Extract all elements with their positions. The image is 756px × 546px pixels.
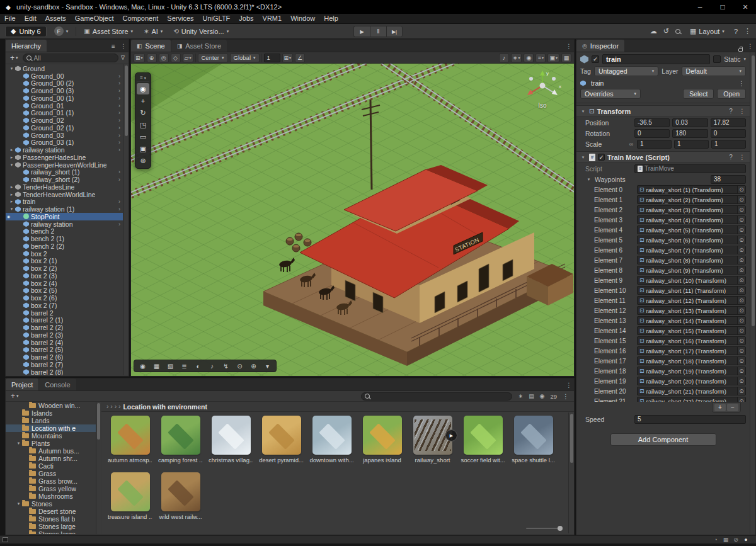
prefab-children-chevron-icon[interactable]: › bbox=[118, 198, 123, 205]
measure-icon[interactable]: ⊕ bbox=[247, 361, 260, 371]
hierarchy-item-railway-short-1[interactable]: railway_short (1)› bbox=[6, 169, 123, 176]
foldout-open-icon[interactable]: ▾ bbox=[8, 207, 15, 212]
prefab-children-chevron-icon[interactable]: › bbox=[118, 88, 123, 94]
breadcrumb-chevron-icon[interactable]: › bbox=[110, 403, 112, 410]
hierarchy-item-railway-station[interactable]: railway station› bbox=[6, 220, 123, 228]
handle-space-dropdown[interactable]: Global▾ bbox=[230, 54, 260, 62]
grid-toggle-icon[interactable]: ▦ bbox=[150, 361, 163, 371]
object-field[interactable]: ⊡railway_short (17) (Transform)⊙ bbox=[637, 346, 746, 355]
asset-railway-short[interactable]: ▶railway_short bbox=[410, 416, 455, 464]
menu-window[interactable]: Window bbox=[286, 14, 319, 24]
asset-christmas-villag[interactable]: christmas villag... bbox=[209, 416, 253, 464]
hierarchy-item-barrel-2-6[interactable]: barrel 2 (6) bbox=[6, 353, 123, 361]
create-asset-button[interactable]: +▾ bbox=[9, 392, 21, 401]
hierarchy-item-stoppoint[interactable]: ◉StopPoint bbox=[6, 213, 123, 220]
help-icon[interactable]: ? bbox=[726, 108, 735, 115]
foldout-open-icon[interactable]: ▾ bbox=[15, 441, 22, 446]
paint-tool-dropdown[interactable]: ▱▾ bbox=[183, 54, 193, 62]
waypoints-foldout-icon[interactable]: ▾ bbox=[585, 177, 592, 182]
hierarchy-options-icon[interactable]: ≡ bbox=[108, 40, 118, 52]
assets-scrollbar-thumb[interactable] bbox=[570, 414, 573, 463]
breadcrumb-chevron-icon[interactable]: › bbox=[115, 403, 117, 410]
angle-snap-icon[interactable]: ∠ bbox=[295, 54, 305, 62]
prefab-select-button[interactable]: Select bbox=[683, 89, 714, 99]
active-checkbox[interactable]: ✓ bbox=[592, 55, 599, 63]
object-picker-icon[interactable]: ⊙ bbox=[737, 357, 745, 365]
object-field[interactable]: ⊡railway_short (7) (Transform)⊙ bbox=[637, 246, 746, 254]
object-field[interactable]: ⊡railway_short (15) (Transform)⊙ bbox=[637, 326, 746, 335]
asset-camping-forest[interactable]: camping forest ... bbox=[158, 416, 203, 464]
camera-view-dropdown[interactable]: ▣▾ bbox=[547, 54, 559, 62]
rect-tool[interactable]: ▭ bbox=[137, 131, 149, 142]
asset-desert-pyramid[interactable]: desert pyramid... bbox=[259, 416, 304, 464]
account-button[interactable]: F ▾ bbox=[51, 26, 72, 37]
gameobject-name-field[interactable]: train bbox=[602, 54, 710, 64]
object-picker-icon[interactable]: ⊙ bbox=[737, 276, 745, 284]
waypoint-element-12[interactable]: Element 12⊡railway_short (13) (Transform… bbox=[576, 305, 750, 316]
hierarchy-item-ground-00-1[interactable]: Ground_00 (1)› bbox=[6, 94, 123, 102]
menu-gameobject[interactable]: GameObject bbox=[71, 14, 118, 24]
hierarchy-item-ground-02-1[interactable]: Ground_02 (1)› bbox=[6, 124, 123, 132]
foldout-closed-icon[interactable]: ▸ bbox=[8, 185, 15, 190]
audio-toggle-icon[interactable]: ♪ bbox=[499, 54, 509, 62]
prefab-children-chevron-icon[interactable]: › bbox=[118, 221, 123, 227]
prefab-open-button[interactable]: Open bbox=[717, 89, 746, 99]
status-ok-icon[interactable]: ● bbox=[741, 537, 751, 543]
scene-panel-menu-icon[interactable]: ⋮ bbox=[564, 40, 574, 52]
train-move-component-header[interactable]: ▾ # ✓ Train Move (Script) ? ⋮ bbox=[576, 151, 750, 163]
folder-desert-stone[interactable]: Desert stone bbox=[6, 508, 100, 515]
favorites-star-icon[interactable]: ∗ bbox=[516, 393, 525, 399]
menu-unigltf[interactable]: UniGLTF bbox=[198, 14, 235, 24]
object-picker-icon[interactable]: ⊙ bbox=[737, 266, 745, 274]
add-component-button[interactable]: Add Component bbox=[610, 433, 716, 446]
foldout-open-icon[interactable]: ▾ bbox=[580, 109, 587, 114]
waypoint-element-9[interactable]: Element 9⊡railway_short (10) (Transform)… bbox=[576, 275, 750, 285]
folder-autumn-shr[interactable]: Autumn shr... bbox=[6, 455, 100, 462]
shading-mode-icon[interactable]: ▧ bbox=[164, 361, 177, 371]
prefab-overrides-dropdown[interactable]: Overrides▾ bbox=[580, 89, 641, 99]
transform-component-header[interactable]: ▾ ⊡ Transform ? ⋮ bbox=[576, 105, 750, 117]
hierarchy-menu-icon[interactable]: ⋮ bbox=[118, 40, 129, 52]
inspector-lock-icon[interactable] bbox=[738, 48, 743, 52]
hierarchy-item-box-2-6[interactable]: box 2 (6) bbox=[6, 294, 123, 302]
breadcrumb-label[interactable]: Location with environment bbox=[123, 403, 207, 411]
status-activity-icon[interactable]: ⊘ bbox=[731, 537, 741, 543]
object-field[interactable]: ⊡railway_short (13) (Transform)⊙ bbox=[637, 306, 746, 315]
folder-stones-large[interactable]: Stones large bbox=[6, 523, 100, 530]
object-picker-icon[interactable]: ⊙ bbox=[737, 226, 745, 234]
folder-tree-scrollbar-thumb[interactable] bbox=[97, 403, 100, 440]
object-picker-icon[interactable]: ⊙ bbox=[737, 387, 745, 395]
hierarchy-item-bench-2-1[interactable]: bench 2 (1) bbox=[6, 235, 123, 242]
asset-japanes-island[interactable]: japanes island bbox=[360, 416, 404, 464]
help-icon[interactable]: ? bbox=[726, 154, 735, 161]
rotation-x-field[interactable]: 0 bbox=[634, 129, 670, 138]
foldout-closed-icon[interactable]: ▸ bbox=[8, 147, 15, 152]
prefab-children-chevron-icon[interactable]: › bbox=[118, 73, 123, 79]
cloud-icon[interactable]: ☁ bbox=[650, 27, 657, 35]
hierarchy-item-box-2[interactable]: box 2 bbox=[6, 250, 123, 258]
hierarchy-filter-icon[interactable]: ∇ bbox=[121, 55, 126, 61]
array-remove-button[interactable]: − bbox=[727, 404, 738, 411]
scale-z-field[interactable]: 1 bbox=[711, 140, 746, 149]
label-tag-icon[interactable]: ▤ bbox=[527, 393, 536, 399]
speed-field[interactable]: 5 bbox=[634, 415, 746, 424]
hierarchy-item-barrel-2-4[interactable]: barrel 2 (4) bbox=[6, 339, 123, 346]
inspector-scrollbar[interactable] bbox=[750, 52, 755, 534]
menu-edit[interactable]: Edit bbox=[20, 14, 41, 24]
foldout-closed-icon[interactable]: ▸ bbox=[8, 155, 15, 160]
hierarchy-item-barrel-2[interactable]: barrel 2 bbox=[6, 309, 123, 317]
hierarchy-item-ground-01[interactable]: Ground_01› bbox=[6, 102, 123, 110]
prefab-children-chevron-icon[interactable]: › bbox=[118, 139, 123, 145]
hierarchy-scrollbar[interactable] bbox=[123, 64, 129, 375]
prefab-children-chevron-icon[interactable]: › bbox=[118, 103, 123, 109]
tab-asset-store[interactable]: ◨ Asset Store bbox=[171, 40, 227, 52]
scene-visibility-icon[interactable]: ◉ bbox=[524, 54, 534, 62]
scene-orientation-gizmo[interactable]: y x Iso bbox=[518, 69, 566, 109]
object-field[interactable]: ⊡railway_short (10) (Transform)⊙ bbox=[637, 276, 746, 285]
prefab-children-chevron-icon[interactable]: › bbox=[118, 206, 123, 212]
wireframe-icon[interactable]: ≣ bbox=[178, 361, 191, 371]
foldout-open-icon[interactable]: ▾ bbox=[15, 501, 22, 506]
object-field[interactable]: ⊡railway_short (11) (Transform)⊙ bbox=[637, 286, 746, 295]
folder-grass-brow[interactable]: Grass brow... bbox=[6, 477, 100, 485]
asset-downtown-with[interactable]: downtown with... bbox=[309, 416, 354, 464]
